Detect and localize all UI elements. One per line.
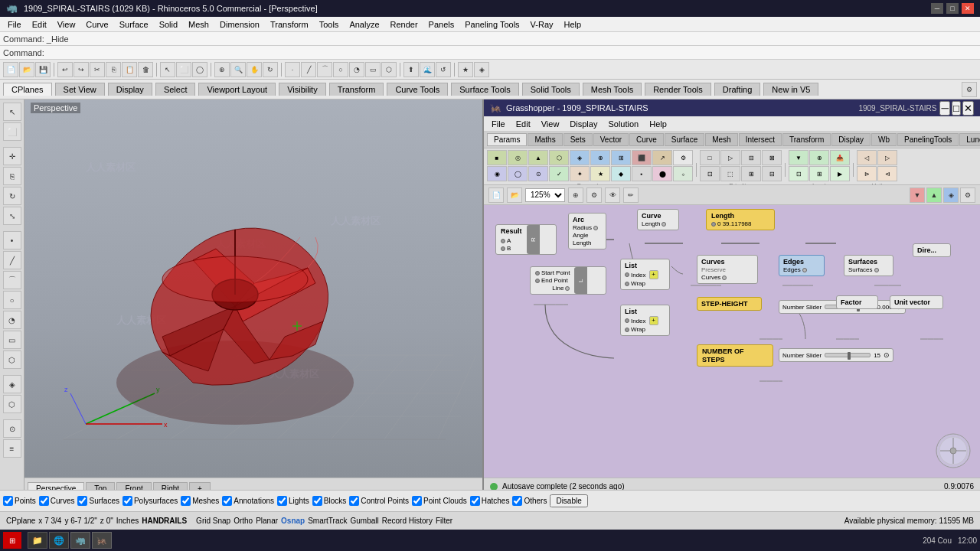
gh-doc-settings[interactable]: ⚙ [960,187,975,203]
tool-polyline2[interactable]: ⌒ [3,271,21,289]
tb-rotate[interactable]: ↻ [263,62,278,77]
menu-dimension[interactable]: Dimension [215,19,264,30]
menu-panels[interactable]: Panels [424,19,459,30]
tool-surf[interactable]: ◈ [3,375,21,393]
gh-menu-help[interactable]: Help [645,119,671,129]
tab-surface-tools[interactable]: Surface Tools [451,83,518,96]
tb-save[interactable]: 💾 [35,62,51,77]
gh-menu-file[interactable]: File [487,119,510,129]
gh-tab-maths[interactable]: Maths [528,133,562,146]
tool-copy2[interactable]: ⎘ [3,167,21,185]
gh-tb-input-5[interactable]: ⊞ [809,166,829,181]
gh-tab-lunchbox[interactable]: LunchBox [959,133,980,146]
gh-tb-input-2[interactable]: ⊕ [809,150,829,165]
tb-zoom-window[interactable]: 🔍 [230,62,246,77]
start-btn[interactable]: ⊞ [3,532,21,549]
tb-arc[interactable]: ◔ [349,62,364,77]
snap-control-points[interactable]: Control Points [349,496,409,506]
gh-tb-prim-7[interactable]: ⊞ [741,166,761,181]
status-planar[interactable]: Planar [256,517,278,525]
tool-line2[interactable]: ╱ [3,251,21,269]
gh-minimize[interactable]: ─ [939,101,949,116]
gh-tb-params-1[interactable]: ■ [487,150,507,165]
gh-canvas-open[interactable]: 📂 [507,187,522,203]
gh-close[interactable]: ✕ [962,101,974,116]
status-record-history[interactable]: Record History [382,517,433,525]
snap-lights[interactable]: Lights [277,496,309,506]
tool-polygon2[interactable]: ⬡ [3,350,21,369]
snap-point-clouds[interactable]: Point Clouds [412,496,467,506]
tab-display[interactable]: Display [108,83,152,96]
snap-blocks[interactable]: Blocks [312,496,346,506]
taskbar-explorer[interactable]: 📁 [28,532,47,549]
gh-menu-solution[interactable]: Solution [603,119,643,129]
snap-points[interactable]: Points [3,496,36,506]
snap-surfaces[interactable]: Surfaces [77,496,119,506]
gh-tb-params-11[interactable]: ◉ [487,166,507,181]
tb-copy[interactable]: ⎘ [106,62,121,77]
close-btn[interactable]: ✕ [962,3,974,14]
gh-menu-view[interactable]: View [537,119,564,129]
gh-canvas-settings[interactable]: ⚙ [586,187,602,203]
viewport[interactable]: 人人素材区 人人素材区 人人素材区 人人素材区 人人素材区 Perspectiv… [24,99,482,478]
tool-select[interactable]: ↖ [3,103,21,121]
gh-preview-green[interactable]: ▲ [926,187,942,203]
menu-analyze[interactable]: Analyze [345,19,384,30]
taskbar-ie[interactable]: 🌐 [49,532,69,549]
tb-polygon[interactable]: ⬡ [381,62,397,77]
gh-tb-params-20[interactable]: ⬦ [673,166,693,181]
snap-meshes[interactable]: Meshes [181,496,219,506]
slider-track-2[interactable] [825,353,871,357]
gh-tb-params-13[interactable]: ⊙ [528,166,548,181]
gh-node-result[interactable]: Result A B R [495,224,557,255]
gh-zoom-fit[interactable]: ⊕ [568,187,583,203]
gh-menu-edit[interactable]: Edit [511,119,535,129]
gh-tb-unit-4[interactable]: ⊲ [877,166,897,181]
gh-tb-input-4[interactable]: ⊡ [789,166,808,181]
maximize-btn[interactable]: □ [946,3,959,14]
menu-edit[interactable]: Edit [28,19,51,30]
gh-tab-paneling[interactable]: PanelingTools [897,133,959,146]
gh-tab-params[interactable]: Params [487,133,527,146]
snap-annotations[interactable]: Annotations [222,496,274,506]
snap-hatches[interactable]: Hatches [470,496,510,506]
tb-window-select[interactable]: ⬜ [176,62,191,77]
gh-canvas-draw[interactable]: ✏ [623,187,639,203]
snap-curves[interactable]: Curves [39,496,75,506]
menu-paneling[interactable]: Paneling Tools [460,19,524,30]
tab-mesh-tools[interactable]: Mesh Tools [583,83,642,96]
gh-tb-prim-8[interactable]: ⊟ [762,166,782,181]
gh-node-surfaces[interactable]: Surfaces Surfaces [844,255,893,276]
status-grid-snap[interactable]: Grid Snap [196,517,230,525]
gh-bake[interactable]: ▼ [910,187,925,203]
tab-curve-tools[interactable]: Curve Tools [387,83,448,96]
gh-node-unit-vector[interactable]: Unit vector [890,295,943,309]
status-filter[interactable]: Filter [436,517,452,525]
gh-tb-prim-3[interactable]: ⊟ [741,150,761,165]
gh-tab-curve[interactable]: Curve [629,133,664,146]
gh-tb-params-3[interactable]: ▲ [528,150,548,165]
gh-tb-prim-5[interactable]: ⊡ [700,166,720,181]
tab-new-v5[interactable]: New in V5 [763,83,818,96]
status-smarttrack[interactable]: SmartTrack [308,517,347,525]
tb-extrude[interactable]: ⬆ [403,62,419,77]
gh-menu-display[interactable]: Display [565,119,602,129]
tb-delete[interactable]: 🗑 [138,62,153,77]
gh-node-list1[interactable]: List Index+ Wrap [620,259,670,290]
status-ortho[interactable]: Ortho [234,517,253,525]
gh-tab-wb[interactable]: Wb [871,133,897,146]
gh-zoom-select[interactable]: 125% 100% 75% 50% 150% [525,188,565,202]
gh-tb-prim-1[interactable]: □ [700,150,720,165]
tb-undo[interactable]: ↩ [57,62,73,77]
gh-node-step-height[interactable]: STEP-HEIGHT [697,297,762,311]
gh-tb-unit-2[interactable]: ▷ [877,150,897,165]
gh-canvas-eye[interactable]: 👁 [605,187,620,203]
gh-maximize[interactable]: □ [952,101,961,116]
gh-slider-2[interactable]: Number Slider 15 ⊙ [779,348,893,362]
gh-node-arc[interactable]: Arc Radius Angle Length [568,213,606,249]
tool-solid2[interactable]: ⬡ [3,395,21,413]
tab-cplanes[interactable]: CPlanes [3,83,52,96]
gh-tab-mesh[interactable]: Mesh [705,133,737,146]
tb-new[interactable]: 📄 [3,62,18,77]
taskbar-gh[interactable]: 🦗 [92,532,112,549]
